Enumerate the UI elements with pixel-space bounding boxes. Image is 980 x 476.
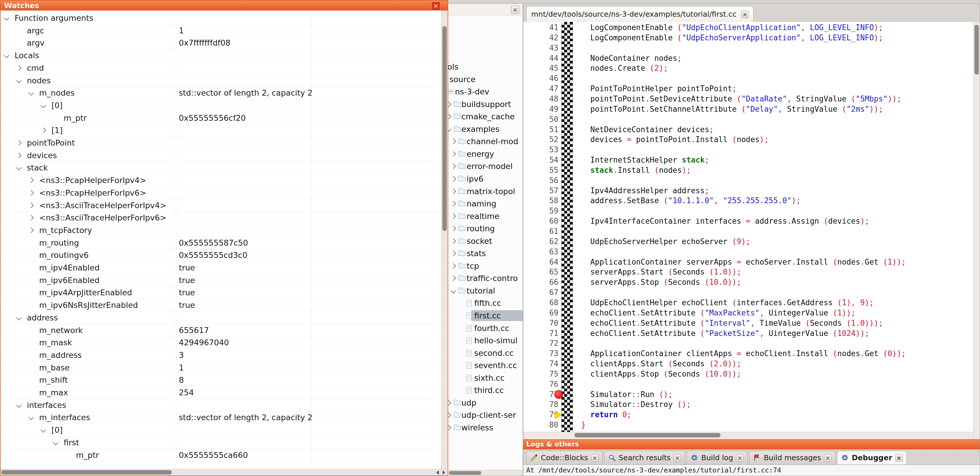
code-line[interactable]: 41 LogComponentEnable ("UdpEchoClientApp… [523,22,973,33]
tree-item-ipv6[interactable]: ipv6 [442,173,523,185]
expand-icon[interactable] [28,227,33,233]
expand-icon[interactable] [16,153,21,158]
code-line[interactable]: 67 [523,288,973,298]
watch-row[interactable]: m_interfacesstd::vector of length 2, cap… [1,411,441,424]
code-line[interactable]: 77 Simulator::Run (); [523,390,973,400]
watch-row[interactable]: m_max254 [1,386,441,399]
watch-row[interactable]: Function arguments [1,12,441,24]
collapse-icon[interactable] [4,53,9,58]
expand-icon[interactable] [28,177,33,183]
watch-row[interactable]: m_nodesstd::vector of length 2, capacity… [1,86,441,99]
expand-icon[interactable] [450,226,456,231]
tree-item-routing[interactable]: routing [442,222,523,235]
tree-item-sixth.cc[interactable]: sixth.cc [442,372,523,384]
code-line[interactable]: 75 clientApps.Stop (Seconds (10.0)); [523,369,973,379]
tree-item-tutorial[interactable]: tutorial [442,284,523,297]
close-icon[interactable]: × [511,6,519,14]
horizontal-scrollbar[interactable] [442,470,523,476]
expand-icon[interactable] [28,203,33,208]
code-line[interactable]: 73 ApplicationContainer clientApps = ech… [523,348,973,359]
vertical-scrollbar[interactable] [441,11,448,469]
code-line[interactable]: 72 [523,338,973,348]
code-line[interactable]: 45 nodes.Create (2); [523,63,973,73]
expand-icon[interactable] [450,214,456,219]
code-line[interactable]: 59 [523,206,973,216]
watch-row[interactable]: m_ipv6Enabledtrue [1,274,441,287]
code-line[interactable]: 69 echoClient.SetAttribute ("MaxPackets"… [523,308,973,318]
code-line[interactable]: 58 address.SetBase ("10.1.1.0", "255.255… [523,196,973,206]
code-line[interactable]: 54 InternetStackHelper stack; [523,155,973,165]
watch-row[interactable]: m_address3 [1,349,441,362]
code-line[interactable]: 68 UdpEchoClientHelper echoClient (inter… [523,298,973,308]
tree-item-ols[interactable]: ols [442,61,523,73]
tree-item-naming[interactable]: naming [442,197,523,210]
watch-row[interactable]: m_ipv6NsRsJitterEnabledtrue [1,299,441,311]
scrollbar-thumb[interactable] [974,25,979,75]
collapse-icon[interactable] [4,15,9,21]
expand-icon[interactable] [450,251,456,256]
vertical-scrollbar[interactable] [973,22,980,438]
tree-item-stats[interactable]: stats [442,247,523,260]
tree-item-udp[interactable]: udp [442,396,523,409]
code-line[interactable]: 48 pointToPoint.SetDeviceAttribute ("Dat… [523,94,973,104]
close-tab-icon[interactable]: × [736,454,744,462]
logs-tab-build-messages[interactable]: Build messages× [749,451,835,464]
code-line[interactable]: 70 echoClient.SetAttribute ("Interval", … [523,318,973,328]
code-line[interactable]: 47 PointToPointHelper pointToPoint; [523,84,973,94]
expand-icon[interactable] [450,263,456,268]
collapse-icon[interactable] [16,78,21,83]
code-line[interactable]: 78 Simulator::Destroy (); [523,399,973,410]
expand-icon[interactable] [450,238,456,244]
tree-item-third.cc[interactable]: third.cc [442,384,523,396]
code-line[interactable]: 66 serverApps.Stop (Seconds (10.0)); [523,277,973,288]
watch-row[interactable]: m_ptr0x55555556cf20 [1,112,441,125]
watch-row[interactable]: <ns3::AsciiTraceHelperForIpv6> [1,211,441,224]
expand-icon[interactable] [28,215,33,220]
watch-row[interactable]: m_routingv60x5555555cd3c0 [1,249,441,262]
expand-icon[interactable] [16,65,21,70]
tree-item-channel-mod[interactable]: channel-mod [442,135,523,148]
logs-tab-build-log[interactable]: Build log× [687,451,748,464]
logs-tab-search-results[interactable]: Search results× [604,451,685,464]
watch-row[interactable]: m_ipv4ArpJitterEnabledtrue [1,286,441,299]
code-line[interactable]: 55 stack.Install (nodes); [523,165,973,176]
code-line[interactable]: 64 ApplicationContainer serverApps = ech… [523,257,973,267]
scroll-left-icon[interactable] [436,470,439,474]
code-line[interactable]: 79 return 0; [523,410,973,420]
tree-item-fourth.cc[interactable]: fourth.cc [442,322,523,334]
collapse-icon[interactable] [450,288,456,293]
expand-icon[interactable] [41,128,46,133]
tree-item-seventh.cc[interactable]: seventh.cc [442,359,523,372]
code-line[interactable]: 76 [523,379,973,390]
close-tab-icon[interactable]: × [741,11,749,18]
collapse-icon[interactable] [28,90,33,95]
watch-row[interactable]: m_base1 [1,361,441,374]
tree-item-buildsupport[interactable]: buildsupport [442,98,523,110]
watch-row[interactable]: <ns3::PcapHelperForIpv6> [1,187,441,200]
tree-item-traffic-contro[interactable]: traffic-contro [442,272,523,284]
watch-row[interactable]: address [1,311,441,324]
watch-row[interactable]: m_routing0x555555587c50 [1,236,441,249]
code-line[interactable]: 80} [523,420,973,430]
tree-item-tcp[interactable]: tcp [442,260,523,272]
watch-row[interactable]: [0] [1,99,441,112]
expand-icon[interactable] [450,276,456,281]
collapse-icon[interactable] [41,103,46,108]
watch-row[interactable]: <ns3::AsciiTraceHelperForIpv4> [1,199,441,212]
watch-row[interactable]: devices [1,149,441,162]
tree-item-second.cc[interactable]: second.cc [442,347,523,359]
collapse-icon[interactable] [16,315,21,320]
tree-item-ns-3-dev[interactable]: ns-3-dev [442,85,523,98]
watch-row[interactable]: nodes [1,74,441,87]
watch-row[interactable]: <ns3::PcapHelperForIpv4> [1,174,441,187]
tree-item-first.cc[interactable]: first.cc [442,309,523,322]
code-line[interactable]: 74 clientApps.Start (Seconds (2.0)); [523,359,973,369]
tree-item-source[interactable]: source [442,73,523,86]
watch-row[interactable]: [1] [1,124,441,137]
expand-icon[interactable] [28,190,33,195]
watch-row[interactable]: Locals [1,49,441,62]
watch-row[interactable]: m_mask4294967040 [1,336,441,349]
watch-row[interactable]: m_network655617 [1,324,441,337]
close-tab-icon[interactable]: × [824,454,832,462]
expand-icon[interactable] [450,151,456,157]
